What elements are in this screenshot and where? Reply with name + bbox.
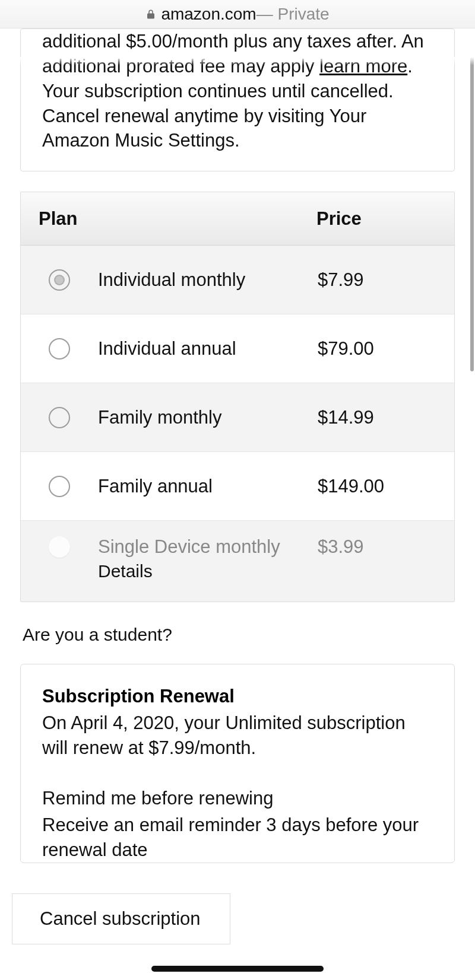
address-private: — Private — [256, 5, 330, 24]
radio-icon[interactable] — [49, 407, 70, 428]
plan-price: $3.99 — [318, 536, 454, 558]
plan-row-individual-monthly[interactable]: Individual monthly $7.99 — [21, 246, 454, 314]
radio-disabled-icon — [49, 536, 70, 558]
radio-icon[interactable] — [49, 338, 70, 359]
student-prompt[interactable]: Are you a student? — [23, 625, 452, 645]
radio-icon[interactable] — [49, 476, 70, 497]
remind-text: Receive an email reminder 3 days before … — [42, 813, 433, 863]
plans-table-header: Plan Price — [21, 192, 454, 246]
plan-price: $149.00 — [318, 476, 454, 497]
plan-price: $7.99 — [318, 269, 454, 291]
plan-label: Individual annual — [98, 338, 236, 359]
remind-title: Remind me before renewing — [42, 788, 433, 809]
plans-table: Plan Price Individual monthly $7.99 Indi… — [20, 192, 455, 602]
renewal-card: Subscription Renewal On April 4, 2020, y… — [20, 664, 455, 863]
address-domain: amazon.com — [161, 5, 256, 24]
plan-label: Family annual — [98, 476, 213, 497]
plan-header: Plan — [21, 208, 316, 230]
plan-row-individual-annual[interactable]: Individual annual $79.00 — [21, 314, 454, 383]
plan-price: $79.00 — [318, 338, 454, 359]
plan-price: $14.99 — [318, 407, 454, 428]
scrollbar[interactable] — [470, 57, 474, 371]
plan-row-family-monthly[interactable]: Family monthly $14.99 — [21, 383, 454, 452]
renewal-text: On April 4, 2020, your Unlimited subscri… — [42, 711, 433, 761]
browser-address-bar[interactable]: amazon.com — Private — [0, 0, 475, 28]
terms-card: additional $5.00/month plus any taxes af… — [20, 28, 455, 171]
radio-selected-icon[interactable] — [49, 269, 70, 291]
plan-label: Family monthly — [98, 407, 221, 428]
plan-label: Single Device monthly — [98, 536, 318, 558]
home-indicator[interactable] — [151, 966, 324, 972]
plan-row-family-annual[interactable]: Family annual $149.00 — [21, 452, 454, 521]
price-header: Price — [316, 208, 454, 230]
learn-more-link[interactable]: learn more — [319, 56, 407, 77]
lock-icon — [145, 9, 156, 20]
plan-row-single-device: Single Device monthly Details $3.99 — [21, 521, 454, 602]
cancel-subscription-label: Cancel subscription — [40, 908, 201, 930]
renewal-title: Subscription Renewal — [42, 686, 433, 707]
plan-label: Individual monthly — [98, 269, 245, 290]
cancel-subscription-button[interactable]: Cancel subscription — [12, 893, 230, 944]
details-link[interactable]: Details — [98, 561, 318, 581]
